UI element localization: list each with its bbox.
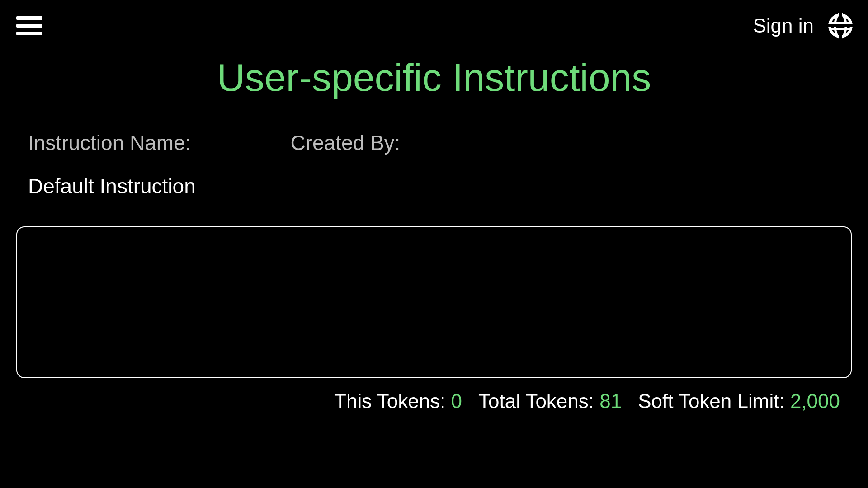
- this-tokens-value: 0: [451, 390, 462, 412]
- menu-icon[interactable]: [16, 16, 42, 35]
- svg-rect-5: [830, 28, 851, 30]
- page-title: User-specific Instructions: [0, 55, 868, 100]
- total-tokens-label: Total Tokens:: [478, 390, 599, 412]
- sign-in-link[interactable]: Sign in: [753, 14, 814, 37]
- globe-icon[interactable]: [827, 13, 854, 39]
- created-by-label: Created By:: [290, 131, 400, 155]
- instruction-name-label: Instruction Name:: [28, 131, 191, 155]
- total-tokens-value: 81: [599, 390, 622, 412]
- soft-token-limit: Soft Token Limit: 2,000: [638, 390, 840, 413]
- svg-rect-4: [830, 22, 851, 24]
- soft-token-limit-label: Soft Token Limit:: [638, 390, 790, 412]
- this-tokens: This Tokens: 0: [334, 390, 462, 413]
- instruction-name-value: Default Instruction: [0, 174, 868, 198]
- this-tokens-label: This Tokens:: [334, 390, 451, 412]
- instruction-textarea[interactable]: [16, 226, 852, 378]
- svg-rect-3: [827, 24, 854, 27]
- soft-token-limit-value: 2,000: [790, 390, 840, 412]
- total-tokens: Total Tokens: 81: [478, 390, 622, 413]
